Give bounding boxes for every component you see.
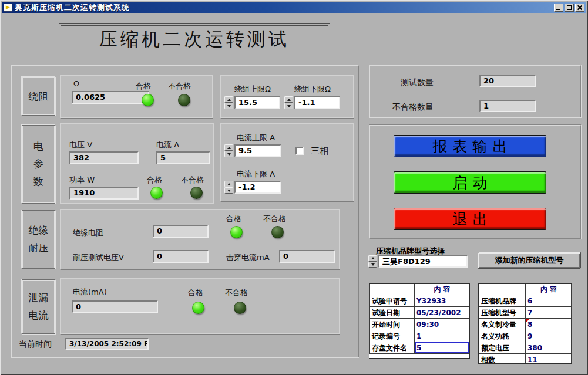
spinner-up-icon[interactable] [224,144,233,151]
leakage-result-panel: 电流(mA) 0 合格 不合格 [60,278,340,335]
insulation-resistance-value: 0 [153,225,209,238]
model-select-value[interactable]: 三昊F8D129 [378,255,468,268]
electrical-result-panel: 电压 V 382 电流 A 5 功率 W 1910 合格 不合格 [60,123,214,204]
fail-count-value: 1 [479,100,536,112]
voltage-label: 电压 V [69,140,92,150]
spinner-down-icon[interactable] [224,151,233,157]
current-upper-spinner[interactable] [224,144,233,157]
labview-app-icon: ▶ [4,4,12,12]
current-label: 电流 A [156,140,179,150]
electrical-pass-label: 合格 [147,175,162,185]
row-value[interactable]: 8 [526,319,572,330]
insulation-fail-led [271,226,284,238]
electrical-fail-label: 不合格 [181,175,204,185]
row-label: 相数 [479,354,526,364]
window-controls [554,4,584,12]
leakage-fail-led [234,302,246,314]
winding-upper-spinner[interactable] [224,96,233,109]
winding-upper-limit-label: 绕组上限Ω [234,84,271,94]
insulation-pass-label: 合格 [226,214,241,224]
row-value[interactable]: 380 [526,342,572,354]
spinner-up-icon[interactable] [224,181,233,187]
electrical-pass-led [150,187,163,199]
winding-limits-panel: 绕组上限Ω 15.5 绕组下限Ω -1.1 [220,75,354,119]
spinner-up-icon[interactable] [224,96,233,103]
current-lower-spinner[interactable] [224,181,233,194]
fail-count-label: 不合格数量 [392,102,434,113]
spinner-down-icon[interactable] [368,262,377,268]
titlebar[interactable]: ▶ 奥克斯压缩机二次运转测试系统 [2,2,586,13]
exit-button[interactable]: 退出 [394,208,546,230]
measurement-panel: 绕阻 Ω 0.0625 合格 不合格 绕组上限Ω 15.5 绕组下限Ω [11,65,359,358]
row-label: 名义功耗 [479,330,526,342]
spinner-down-icon[interactable] [224,187,233,194]
minimize-icon[interactable] [554,4,563,12]
insulation-pass-led [230,226,243,238]
header-content-cell: 内 容 [415,284,469,295]
winding-ohm-label: Ω [73,79,79,88]
page-title-box: 压缩机二次运转测试 [59,23,330,55]
start-button[interactable]: 启动 [394,171,546,194]
table-row: 试验申请号 Y32933 [370,295,469,307]
row-label: 压缩机品牌 [479,295,526,307]
current-time-label: 当前时间 [19,339,52,350]
row-value[interactable]: 11 [526,354,572,364]
row-value[interactable]: 6 [526,295,572,307]
row-value[interactable]: 7 [526,307,572,319]
withstand-voltage-label: 耐压测试电压V [73,252,124,263]
row-label: 开始时间 [370,319,415,330]
breakdown-current-label: 击穿电流mA [226,252,270,263]
spinner-up-icon[interactable] [284,96,293,103]
client-area: 压缩机二次运转测试 绕阻 Ω 0.0625 合格 不合格 绕组上限Ω [2,13,586,373]
row-value[interactable]: 1 [415,330,469,342]
spinner-down-icon[interactable] [224,103,233,109]
current-upper-limit-input[interactable]: 9.5 [234,144,281,157]
breakdown-current-value: 0 [279,250,335,263]
header-empty-cell [370,284,415,295]
spinner-up-icon[interactable] [368,255,377,262]
row-label: 试验日期 [370,307,415,319]
row-value[interactable]: 9 [526,330,572,342]
current-lower-limit-label: 电流下限 A [237,169,275,180]
close-icon[interactable] [575,4,584,12]
report-output-button[interactable]: 报表输出 [394,135,546,157]
table-header-row: 内 容 [370,284,469,295]
test-count-value: 20 [479,75,536,87]
winding-section-label: 绕阻 [29,90,49,103]
spinner-down-icon[interactable] [284,103,293,109]
model-select-spinner[interactable] [368,255,377,268]
electrical-fail-led [190,187,203,199]
counts-panel: 测试数量 20 不合格数量 1 [369,65,582,118]
three-phase-checkbox[interactable] [295,147,304,155]
test-count-label: 测试数量 [401,77,434,88]
compressor-info-table: 内 容 压缩机品牌 6 压缩机型号 7 名义制冷量 8 名义功耗 9 [478,283,572,364]
table-row: 记录编号 1 [370,330,469,342]
current-lower-limit-input[interactable]: -1.2 [234,181,281,194]
winding-result-panel: Ω 0.0625 合格 不合格 [60,75,213,119]
winding-upper-limit-input[interactable]: 15.5 [234,96,280,109]
maximize-icon[interactable] [565,4,574,12]
insulation-section-label: 绝缘耐压 [27,222,50,257]
table-row: 压缩机型号 7 [479,307,572,319]
current-time-value: 3/13/2005 2:52:09 PM [65,338,149,350]
power-value: 1910 [69,187,139,200]
winding-lower-limit-input[interactable]: -1.1 [294,96,340,109]
winding-ohm-value: 0.0625 [72,91,149,104]
row-value-selected[interactable]: 5 [415,342,469,354]
electrical-section-label-box: 电参数 [22,125,55,204]
winding-lower-spinner[interactable] [284,96,293,109]
withstand-voltage-value: 0 [153,250,209,263]
window-title: 奥克斯压缩机二次运转测试系统 [15,2,554,13]
current-upper-limit-label: 电流上限 A [237,133,275,143]
app-window: ▶ 奥克斯压缩机二次运转测试系统 压缩机二次运转测试 绕阻 Ω 0.0625 合… [0,0,588,375]
leakage-fail-label: 不合格 [225,288,248,298]
row-value[interactable]: 05/23/2002 [415,307,469,319]
row-value[interactable]: Y32933 [415,295,469,307]
add-model-button[interactable]: 添加新的压缩机型号 [478,252,581,269]
row-value[interactable]: 09:30 [415,319,469,330]
table-row: 额定电压 380 [479,342,572,354]
insulation-resistance-label: 绝缘电阻 [73,228,103,238]
table-row: 名义功耗 9 [479,330,572,342]
header-empty-cell [479,284,526,295]
table-row: 相数 11 [479,354,572,364]
